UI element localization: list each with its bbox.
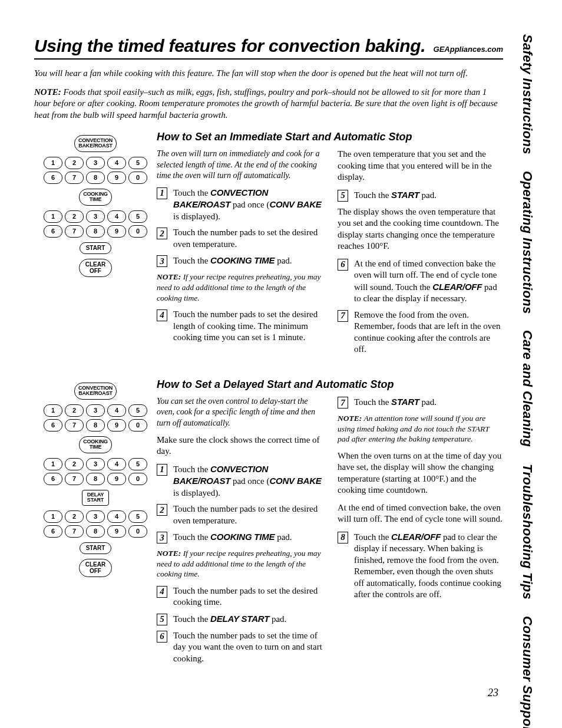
digit: 0 (128, 473, 147, 485)
subhead-1: How to Set an Immediate Start and Automa… (157, 130, 503, 144)
digit: 1 (44, 210, 62, 223)
digit: 1 (44, 157, 62, 169)
digit: 9 (107, 225, 126, 238)
note-label: NOTE: (34, 87, 61, 97)
side-tabs: Safety Instructions Operating Instructio… (514, 34, 541, 728)
btn-clear-off: CLEAR OFF (79, 559, 112, 577)
numpad-1a: 1 2 3 4 5 6 7 8 9 0 (44, 157, 147, 184)
digit: 7 (65, 225, 84, 238)
btn-start: START (80, 542, 112, 555)
digit: 8 (86, 525, 105, 538)
digit: 7 (65, 172, 84, 184)
tab-operating[interactable]: Operating Instructions (519, 171, 536, 314)
lead-1: The oven will turn on immediately and co… (157, 149, 322, 181)
step-4b: 4Touch the number pads to set the desire… (157, 585, 322, 608)
digit: 1 (44, 458, 62, 470)
digit: 4 (107, 157, 126, 169)
tab-troubleshooting[interactable]: Troubleshooting Tips (519, 464, 536, 599)
step-5b: 5Touch the DELAY START pad. (157, 613, 322, 625)
digit: 3 (86, 510, 105, 523)
numpad-2c: 12345 67890 (44, 510, 147, 538)
step-6: 6At the end of timed convection bake the… (338, 258, 503, 305)
btn-clear-off: CLEAR OFF (79, 259, 112, 277)
step-8b: 8Touch the CLEAR/OFF pad to clear the di… (338, 531, 503, 601)
digit: 3 (86, 157, 105, 169)
step-5: 5Touch the START pad. (338, 189, 503, 202)
note-3: NOTE: If your recipe requires preheating… (157, 548, 322, 579)
btn-cooking-time: COOKING TIME (79, 436, 112, 453)
digit: 7 (65, 473, 84, 485)
digit: 9 (107, 419, 126, 431)
subhead-2: How to Set a Delayed Start and Automatic… (157, 378, 503, 391)
diagram-1: CONVECTION BAKE/ROAST 1 2 3 4 5 6 7 8 (39, 135, 151, 277)
digit: 9 (107, 473, 126, 485)
digit: 6 (44, 419, 62, 431)
step-7b: 7Touch the START pad. (338, 396, 503, 409)
tab-safety[interactable]: Safety Instructions (519, 34, 536, 154)
tab-care[interactable]: Care and Cleaning (519, 330, 536, 447)
para: When the oven turns on at the time of da… (338, 450, 503, 496)
step-3: 3Touch the COOKING TIME pad. (157, 255, 322, 267)
digit: 9 (107, 172, 126, 184)
intro-note: NOTE: Foods that spoil easily–such as mi… (34, 87, 503, 121)
step-4: 4Touch the number pads to set the desire… (157, 309, 322, 344)
title-row: Using the timed features for convection … (34, 34, 503, 60)
digit: 6 (44, 525, 62, 538)
digit: 1 (44, 404, 62, 417)
page-title: Using the timed features for convection … (34, 34, 425, 57)
digit: 3 (86, 458, 105, 470)
numpad-2b: 12345 67890 (44, 458, 147, 485)
step-3b: 3Touch the COOKING TIME pad. (157, 531, 322, 543)
digit: 6 (44, 473, 62, 485)
btn-cooking-time: COOKING TIME (79, 189, 112, 206)
numpad-2a: 12345 67890 (44, 404, 147, 431)
digit: 8 (86, 172, 105, 184)
step-1: 1Touch the CONVECTION BAKE/ROAST pad onc… (157, 187, 322, 223)
digit: 0 (128, 419, 147, 431)
digit: 8 (86, 419, 105, 431)
btn-delay-start: DELAY START (82, 490, 110, 506)
digit: 2 (65, 458, 84, 470)
note-body: Foods that spoil easily–such as milk, eg… (34, 87, 498, 120)
step-1b: 1Touch the CONVECTION BAKE/ROAST pad onc… (157, 463, 322, 499)
digit: 5 (128, 510, 147, 523)
page-number: 23 (488, 686, 498, 700)
digit: 2 (65, 210, 84, 223)
digit: 4 (107, 458, 126, 470)
para: Make sure the clock shows the correct ti… (157, 434, 322, 457)
step-6b: 6Touch the number pads to set the time o… (157, 630, 322, 665)
note-2: NOTE: If your recipe requires preheating… (157, 272, 322, 303)
lead-2: You can set the oven control to delay-st… (157, 396, 322, 429)
digit: 5 (128, 157, 147, 169)
digit: 2 (65, 510, 84, 523)
digit: 1 (44, 510, 62, 523)
digit: 7 (65, 419, 84, 431)
digit: 4 (107, 210, 126, 223)
digit: 0 (128, 172, 147, 184)
digit: 5 (128, 404, 147, 417)
step-2: 2Touch the number pads to set the desire… (157, 227, 322, 250)
para: At the end of timed convection bake, the… (338, 502, 503, 525)
section-immediate: CONVECTION BAKE/ROAST 1 2 3 4 5 6 7 8 (34, 130, 503, 360)
site-link[interactable]: GEAppliances.com (434, 45, 503, 55)
intro-1: You will hear a fan while cooking with t… (34, 68, 503, 80)
digit: 3 (86, 210, 105, 223)
digit: 0 (128, 225, 147, 238)
digit: 2 (65, 404, 84, 417)
note-4: NOTE: An attention tone will sound if yo… (338, 413, 503, 444)
diagram-2: CONVECTION BAKE/ROAST 12345 67890 COOKIN… (39, 383, 151, 577)
digit: 0 (128, 525, 147, 538)
digit: 3 (86, 404, 105, 417)
step-2b: 2Touch the number pads to set the desire… (157, 503, 322, 526)
numpad-1b: 1 2 3 4 5 6 7 8 9 0 (44, 210, 147, 238)
btn-start: START (80, 242, 112, 255)
para: The display shows the oven temperature t… (338, 206, 503, 252)
step-7: 7Remove the food from the oven. Remember… (338, 309, 503, 355)
digit: 7 (65, 525, 84, 538)
btn-convection: CONVECTION BAKE/ROAST (74, 383, 117, 400)
digit: 6 (44, 225, 62, 238)
digit: 4 (107, 510, 126, 523)
digit: 4 (107, 404, 126, 417)
btn-convection: CONVECTION BAKE/ROAST (74, 135, 117, 152)
tab-consumer[interactable]: Consumer Support (519, 616, 536, 728)
